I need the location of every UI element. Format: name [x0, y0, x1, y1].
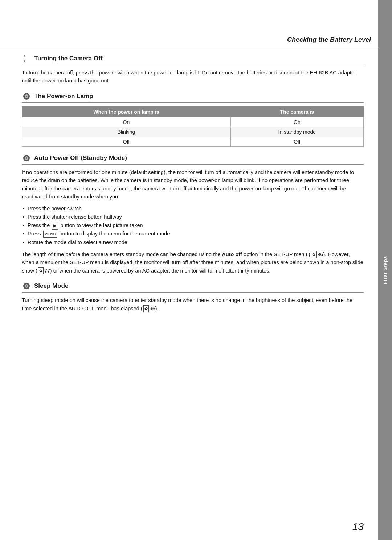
menu-icon: MENU	[43, 231, 57, 238]
turning-camera-off-body: To turn the camera off, press the power …	[22, 69, 364, 85]
section-divider-4	[22, 292, 364, 293]
body2-ref2: 77	[44, 268, 50, 274]
lamp-icon-1	[22, 92, 31, 101]
table-row: Blinking In standby mode	[22, 127, 364, 137]
sleep-mode-ref: 96	[150, 306, 155, 311]
bullet-text-2: button to view the last picture taken	[59, 222, 143, 228]
section-divider-2	[22, 102, 364, 103]
table-cell-camera-2: In standby mode	[230, 127, 363, 137]
lamp-icon-2	[22, 153, 31, 163]
table-header-lamp: When the power on lamp is	[22, 106, 231, 117]
body2-suffix3: ) or when the camera is powered by an AC…	[50, 268, 270, 274]
sleep-mode-body: Turning sleep mode on will cause the cam…	[22, 296, 364, 313]
table-cell-camera-1: On	[230, 117, 363, 127]
section-divider-1	[22, 65, 364, 65]
page-container: First Steps Checking the Battery Level T…	[0, 0, 392, 540]
turning-camera-off-title: Turning the Camera Off	[34, 55, 103, 62]
table-row: Off Off	[22, 137, 364, 146]
table-header-camera: The camera is	[230, 106, 363, 117]
svg-point-8	[26, 157, 27, 159]
sleep-mode-body-text: Turning sleep mode on will cause the cam…	[22, 297, 352, 311]
table-row: On On	[22, 117, 364, 127]
page-title: Checking the Battery Level	[287, 36, 371, 44]
sleep-mode-body-end: ).	[155, 306, 159, 311]
svg-rect-0	[24, 56, 25, 61]
auto-power-off-body2: The length of time before the camera ent…	[22, 250, 364, 275]
svg-point-11	[26, 285, 27, 287]
list-item: Press the ▶ button to view the last pict…	[22, 221, 364, 230]
pencil-icon	[22, 54, 31, 63]
power-on-lamp-table: When the power on lamp is The camera is …	[22, 106, 364, 147]
ref-icon-96b: ✿	[143, 305, 149, 312]
turning-camera-off-header: Turning the Camera Off	[22, 54, 364, 63]
body2-bold: Auto off	[222, 251, 242, 257]
list-item: Press MENU button to display the menu fo…	[22, 230, 364, 238]
body2-prefix: The length of time before the camera ent…	[22, 251, 222, 257]
auto-power-off-bullets: Press the power switch Press the shutter…	[22, 205, 364, 247]
ref-icon-77: ✿	[38, 267, 44, 274]
power-on-lamp-header: The Power-on Lamp	[22, 92, 364, 101]
svg-point-5	[26, 96, 27, 97]
auto-power-off-header: Auto Power Off (Standby Mode)	[22, 153, 364, 163]
side-tab-label: First Steps	[383, 256, 388, 284]
table-cell-camera-3: Off	[230, 137, 363, 146]
side-tab: First Steps	[378, 0, 392, 540]
lamp-icon-3	[22, 281, 31, 291]
bullet-text: Press the	[28, 222, 51, 228]
play-button-icon: ▶	[52, 222, 58, 230]
svg-marker-1	[24, 61, 25, 62]
ref-icon-96a: ✿	[311, 251, 317, 258]
power-on-lamp-title: The Power-on Lamp	[34, 93, 93, 100]
section-divider-3	[22, 164, 364, 165]
list-item: Press the shutter-release button halfway	[22, 213, 364, 221]
top-header: Checking the Battery Level	[0, 0, 378, 47]
sleep-mode-title: Sleep Mode	[34, 282, 68, 290]
list-item: Rotate the mode dial to select a new mod…	[22, 238, 364, 247]
auto-power-off-body1: If no operations are performed for one m…	[22, 168, 364, 201]
table-cell-lamp-1: On	[22, 117, 231, 127]
bullet-text-2: button to display the menu for the curre…	[58, 231, 170, 237]
table-cell-lamp-3: Off	[22, 137, 231, 146]
list-item: Press the power switch	[22, 205, 364, 213]
page-number: 13	[352, 521, 364, 533]
body2-suffix1: option in the SET-UP menu (	[242, 251, 310, 257]
sleep-mode-header: Sleep Mode	[22, 281, 364, 291]
auto-power-off-title: Auto Power Off (Standby Mode)	[34, 154, 127, 162]
table-cell-lamp-2: Blinking	[22, 127, 231, 137]
bullet-text: Press	[28, 231, 42, 237]
body2-ref1: 96	[317, 251, 323, 257]
main-content: Turning the Camera Off To turn the camer…	[22, 47, 364, 518]
